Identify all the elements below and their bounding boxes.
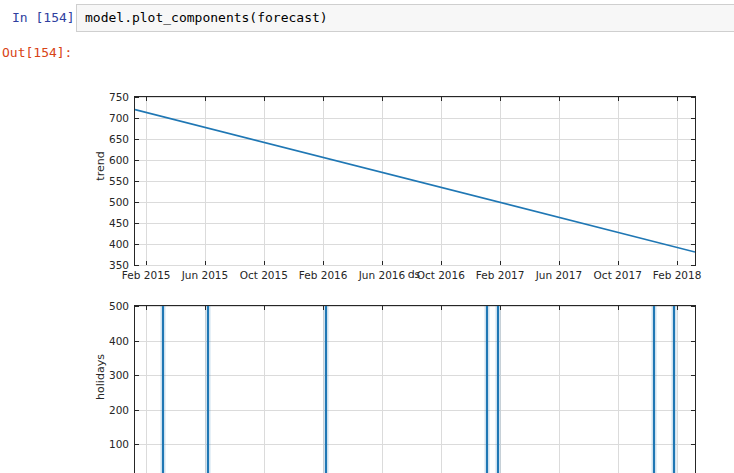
y-tick-mark [691,97,695,98]
x-tick-mark [146,306,147,310]
holiday-spike-line [486,306,488,473]
y-tick-mark [691,223,695,224]
x-tick-mark [618,261,619,265]
y-tick-mark [135,139,139,140]
x-tick-label: Feb 2017 [476,269,525,281]
x-tick-mark [264,261,265,265]
x-tick-mark [500,97,501,101]
x-tick-label: Jun 2016 [359,269,405,281]
x-tick-mark [559,306,560,310]
y-tick-mark [135,118,139,119]
y-tick-mark [691,202,695,203]
holiday-spike-line [673,306,675,473]
y-tick-label: 500 [87,196,129,208]
x-tick-label: Feb 2016 [299,269,348,281]
code-text[interactable]: model.plot_components(forecast) [85,10,328,25]
x-tick-mark [205,306,206,310]
x-tick-mark [500,306,501,310]
x-gridline [559,306,560,473]
x-tick-mark [500,261,501,265]
x-tick-mark [323,261,324,265]
x-tick-mark [264,306,265,310]
y-tick-mark [135,160,139,161]
y-gridline [135,306,695,307]
x-gridline [146,306,147,473]
x-tick-mark [559,97,560,101]
y-tick-mark [691,341,695,342]
y-tick-label: 450 [87,217,129,229]
x-tick-mark [618,306,619,310]
x-tick-label: Oct 2016 [417,269,465,281]
x-tick-mark [677,97,678,101]
code-input-area[interactable]: model.plot_components(forecast) [76,4,734,32]
x-tick-label: Jun 2017 [536,269,582,281]
x-tick-mark [441,261,442,265]
x-tick-mark [441,306,442,310]
trend-x-axis-label: ds [408,268,421,281]
holiday-spike-line [325,306,327,473]
x-tick-mark [559,261,560,265]
y-tick-mark [135,223,139,224]
x-tick-mark [264,97,265,101]
x-gridline [382,306,383,473]
y-tick-label: 750 [87,91,129,103]
y-gridline [135,375,695,376]
y-tick-label: 350 [87,259,129,271]
x-gridline [618,306,619,473]
y-tick-label: 700 [87,112,129,124]
y-tick-mark [691,160,695,161]
y-tick-mark [135,341,139,342]
y-tick-mark [135,375,139,376]
y-tick-mark [135,202,139,203]
y-tick-mark [135,181,139,182]
x-tick-label: Oct 2017 [594,269,642,281]
x-tick-mark [382,261,383,265]
holiday-spike-line [653,306,655,473]
holiday-spike-line [162,306,164,473]
x-tick-mark [382,97,383,101]
y-tick-label: 650 [87,133,129,145]
y-tick-mark [135,265,139,266]
y-tick-mark [691,244,695,245]
x-tick-mark [618,97,619,101]
x-tick-mark [146,97,147,101]
x-tick-mark [677,261,678,265]
y-tick-mark [135,97,139,98]
x-tick-label: Feb 2018 [653,269,702,281]
y-tick-mark [691,139,695,140]
y-tick-mark [691,265,695,266]
y-tick-mark [135,444,139,445]
input-prompt: In [154]: [12,10,82,25]
x-tick-mark [441,97,442,101]
y-tick-mark [691,306,695,307]
y-tick-mark [691,375,695,376]
matplotlib-figure: Feb 2015Jun 2015Oct 2015Feb 2016Jun 2016… [0,40,734,473]
y-gridline [135,444,695,445]
holiday-spike-line [497,306,499,473]
y-tick-label: 100 [87,438,129,450]
y-gridline [135,341,695,342]
trend-plot-area: Feb 2015Jun 2015Oct 2015Feb 2016Jun 2016… [134,96,696,266]
x-gridline [441,306,442,473]
x-tick-mark [146,261,147,265]
y-gridline [135,265,695,266]
trend-y-axis-label: trend [94,151,107,180]
x-gridline [264,306,265,473]
holidays-y-axis-label: holidays [94,354,107,400]
trend-line [135,97,695,265]
x-tick-mark [205,261,206,265]
x-tick-label: Oct 2015 [240,269,288,281]
y-tick-mark [691,444,695,445]
y-tick-mark [691,410,695,411]
y-gridline [135,410,695,411]
x-tick-mark [205,97,206,101]
y-tick-label: 200 [87,404,129,416]
x-tick-label: Jun 2015 [182,269,228,281]
x-gridline [677,306,678,473]
y-tick-label: 400 [87,335,129,347]
x-tick-label: Feb 2015 [122,269,171,281]
y-tick-label: 400 [87,238,129,250]
y-tick-label: 500 [87,300,129,312]
y-tick-mark [135,306,139,307]
y-tick-mark [691,118,695,119]
